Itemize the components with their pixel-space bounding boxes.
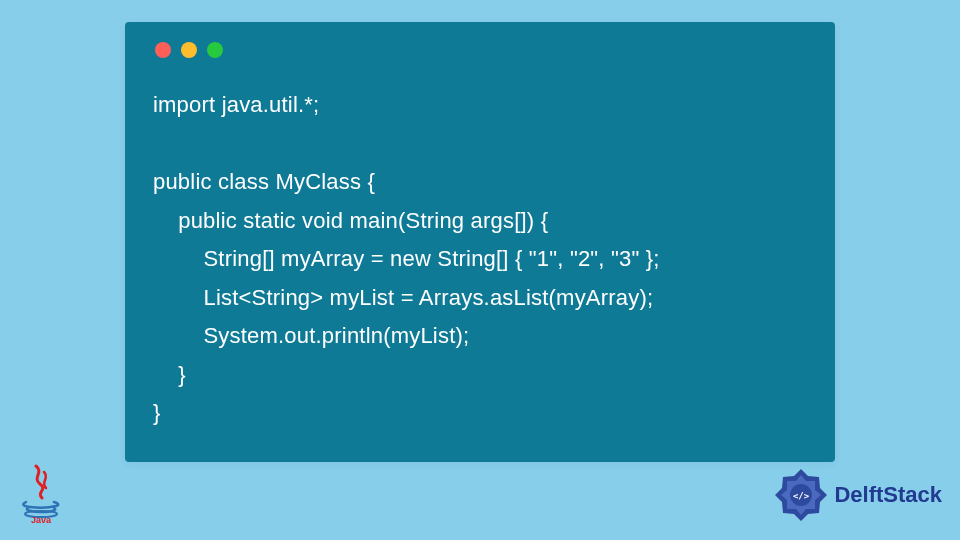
maximize-icon — [207, 42, 223, 58]
delftstack-seal-icon: </> — [772, 466, 830, 524]
code-block: import java.util.*; public class MyClass… — [153, 86, 807, 433]
code-window: import java.util.*; public class MyClass… — [125, 22, 835, 462]
code-line: public static void main(String args[]) { — [153, 208, 548, 233]
code-line: public class MyClass { — [153, 169, 375, 194]
svg-text:</>: </> — [793, 491, 810, 501]
code-line: System.out.println(myList); — [153, 323, 469, 348]
close-icon — [155, 42, 171, 58]
java-logo-icon: Java — [18, 464, 64, 524]
code-line: String[] myArray = new String[] { "1", "… — [153, 246, 660, 271]
minimize-icon — [181, 42, 197, 58]
window-controls — [155, 42, 807, 58]
code-line: } — [153, 362, 186, 387]
code-line: import java.util.*; — [153, 92, 319, 117]
delftstack-label: DelftStack — [834, 482, 942, 508]
code-line: List<String> myList = Arrays.asList(myAr… — [153, 285, 653, 310]
java-label: Java — [31, 515, 52, 524]
code-line: } — [153, 400, 161, 425]
delftstack-logo: </> DelftStack — [772, 466, 942, 524]
